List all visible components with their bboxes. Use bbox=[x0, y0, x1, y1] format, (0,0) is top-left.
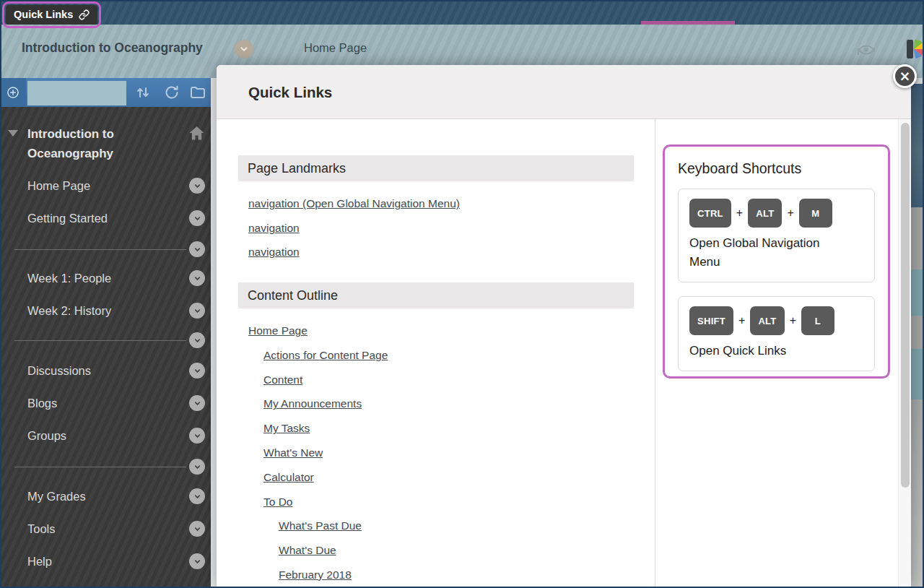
sidebar-course-title[interactable]: Introduction to Oceanography bbox=[27, 124, 172, 163]
modal-title: Quick Links bbox=[217, 65, 911, 119]
add-circle-icon[interactable] bbox=[0, 78, 26, 107]
keyboard-shortcuts-panel: Keyboard Shortcuts CTRL + ALT + M Open G… bbox=[663, 144, 890, 379]
sidebar-item-tools[interactable]: Tools bbox=[27, 518, 211, 540]
sidebar-divider bbox=[0, 241, 211, 257]
refresh-icon[interactable] bbox=[163, 84, 180, 101]
chevron-down-icon[interactable] bbox=[189, 553, 205, 569]
sidebar-item-week1[interactable]: Week 1: People bbox=[27, 267, 211, 289]
home-icon[interactable] bbox=[188, 126, 205, 141]
modal-header: Quick Links bbox=[217, 65, 911, 119]
landmark-link[interactable]: navigation bbox=[248, 246, 300, 258]
outline-link-row: February 2018 bbox=[248, 563, 388, 587]
landmark-link[interactable]: navigation bbox=[248, 222, 300, 234]
page-landmarks-list: navigation (Open Global Navigation Menu)… bbox=[248, 191, 460, 264]
key-cap: CTRL bbox=[689, 199, 731, 228]
outline-link-row: What's Past Due bbox=[248, 514, 388, 538]
shortcut-label: Open Global Navigation Menu bbox=[689, 234, 842, 272]
theme-palette-icon[interactable] bbox=[907, 38, 924, 60]
outline-link-row: Calculator bbox=[248, 465, 388, 490]
modal-body: Page Landmarks navigation (Open Global N… bbox=[217, 119, 911, 587]
sidebar-item-help[interactable]: Help bbox=[27, 550, 211, 572]
plus-separator: + bbox=[790, 314, 796, 327]
quick-links-button[interactable]: Quick Links bbox=[6, 5, 97, 25]
key-cap: M bbox=[799, 199, 832, 228]
shortcut-keys: CTRL + ALT + M bbox=[689, 199, 863, 228]
chevron-down-icon[interactable] bbox=[189, 428, 205, 444]
outline-link[interactable]: To Do bbox=[263, 496, 293, 508]
chevron-down-icon[interactable] bbox=[189, 270, 205, 286]
plus-separator: + bbox=[787, 207, 793, 220]
outline-link[interactable]: Home Page bbox=[248, 324, 308, 337]
shortcut-card: CTRL + ALT + M Open Global Navigation Me… bbox=[678, 189, 875, 282]
quick-links-label: Quick Links bbox=[14, 9, 73, 20]
collapse-triangle-icon[interactable] bbox=[8, 130, 18, 137]
course-menu-sidebar: Introduction to Oceanography Home Page G… bbox=[0, 107, 211, 588]
background-page-strip bbox=[911, 78, 924, 588]
outline-link-row: My Tasks bbox=[248, 416, 388, 441]
outline-link-row: My Announcements bbox=[248, 392, 388, 416]
outline-link[interactable]: What's Past Due bbox=[279, 519, 362, 532]
sidebar-divider bbox=[0, 459, 211, 475]
menu-view-toggle[interactable] bbox=[27, 81, 126, 105]
shortcut-label: Open Quick Links bbox=[689, 342, 842, 360]
key-cap: ALT bbox=[750, 306, 784, 335]
outline-link[interactable]: My Announcements bbox=[263, 397, 362, 410]
sidebar-item-groups[interactable]: Groups bbox=[27, 425, 211, 446]
course-menu-toolbar bbox=[0, 78, 211, 107]
chevron-down-icon[interactable] bbox=[189, 303, 205, 319]
sidebar-item-my-grades[interactable]: My Grades bbox=[27, 485, 211, 507]
folder-icon[interactable] bbox=[189, 84, 206, 101]
key-cap: SHIFT bbox=[689, 306, 733, 335]
outline-link-row: To Do bbox=[248, 490, 388, 514]
outline-link[interactable]: February 2018 bbox=[279, 568, 352, 581]
modal-scrollbar bbox=[898, 119, 911, 587]
sidebar-item-week2[interactable]: Week 2: History bbox=[27, 300, 211, 321]
content-outline-heading: Content Outline bbox=[238, 282, 634, 308]
chevron-down-icon[interactable] bbox=[189, 395, 205, 411]
sidebar-item-home-page[interactable]: Home Page bbox=[27, 175, 211, 196]
chevron-down-icon[interactable] bbox=[189, 178, 205, 194]
chevron-down-icon[interactable] bbox=[189, 459, 205, 475]
outline-link-row: What's Due bbox=[248, 538, 388, 563]
outline-link-row: Actions for Content Page bbox=[248, 343, 388, 368]
chevron-down-icon[interactable] bbox=[189, 363, 205, 379]
course-menu-chevron-icon[interactable] bbox=[235, 40, 253, 59]
outline-link[interactable]: What's Due bbox=[279, 544, 336, 556]
sidebar-divider bbox=[0, 332, 211, 348]
landmark-link-row: navigation (Open Global Navigation Menu) bbox=[248, 191, 460, 216]
chevron-down-icon[interactable] bbox=[189, 332, 205, 348]
outline-link[interactable]: Content bbox=[263, 373, 302, 386]
course-title: Introduction to Oceanography bbox=[22, 40, 203, 56]
landmark-link-row: navigation bbox=[248, 240, 460, 264]
scrollbar-thumb[interactable] bbox=[901, 123, 910, 488]
chevron-down-icon[interactable] bbox=[189, 210, 205, 226]
outline-link[interactable]: Actions for Content Page bbox=[263, 349, 388, 361]
chevron-down-icon[interactable] bbox=[189, 488, 205, 504]
chevron-down-icon[interactable] bbox=[189, 241, 205, 257]
chevron-down-icon[interactable] bbox=[189, 521, 205, 537]
key-cap: L bbox=[801, 306, 834, 335]
close-icon[interactable]: × bbox=[893, 64, 917, 88]
sidebar-item-blogs[interactable]: Blogs bbox=[27, 392, 211, 414]
content-outline-list: Home Page Actions for Content Page Conte… bbox=[248, 319, 388, 587]
sidebar-item-getting-started[interactable]: Getting Started bbox=[27, 207, 211, 229]
student-preview-icon[interactable] bbox=[855, 39, 878, 61]
outline-link-row: What's New bbox=[248, 441, 388, 465]
landmark-link[interactable]: navigation (Open Global Navigation Menu) bbox=[248, 197, 460, 209]
key-cap: ALT bbox=[748, 199, 782, 228]
quick-links-modal: Quick Links Page Landmarks navigation (O… bbox=[217, 65, 911, 588]
shortcut-keys: SHIFT + ALT + L bbox=[689, 306, 863, 335]
plus-separator: + bbox=[736, 207, 743, 220]
outline-link[interactable]: My Tasks bbox=[263, 422, 310, 434]
top-bar: Quick Links bbox=[0, 0, 924, 25]
screen: Quick Links Introduction to Oceanography… bbox=[0, 0, 924, 588]
sidebar-item-discussions[interactable]: Discussions bbox=[27, 360, 211, 381]
outline-link[interactable]: What's New bbox=[263, 446, 323, 459]
breadcrumb: Home Page bbox=[304, 41, 367, 55]
column-divider bbox=[655, 119, 655, 587]
plus-separator: + bbox=[738, 314, 745, 327]
outline-link[interactable]: Calculator bbox=[263, 471, 314, 483]
sort-arrows-icon[interactable] bbox=[134, 84, 152, 101]
page-landmarks-heading: Page Landmarks bbox=[238, 155, 634, 181]
outline-link-row: Home Page bbox=[248, 319, 388, 343]
